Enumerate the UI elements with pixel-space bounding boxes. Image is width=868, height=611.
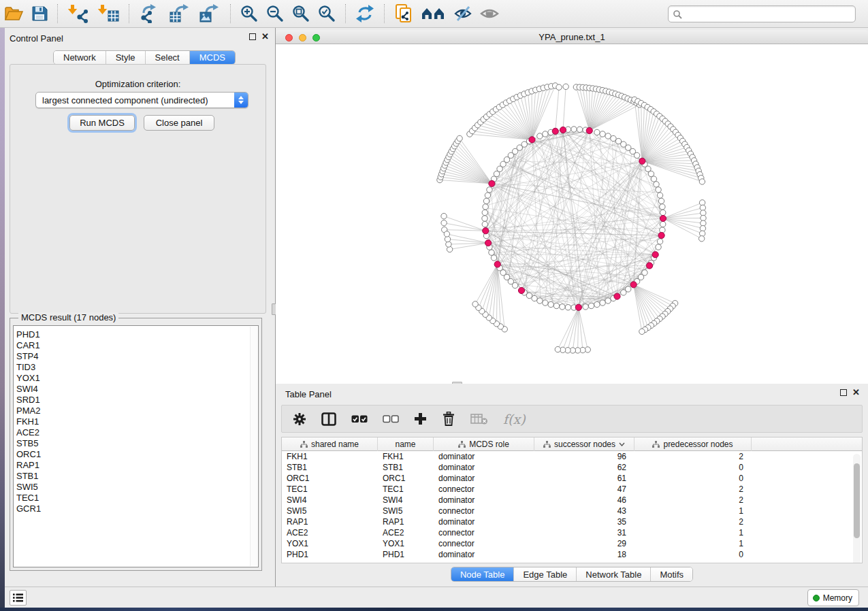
table-cell: FKH1 bbox=[282, 451, 378, 462]
function-builder-icon: f(x) bbox=[503, 412, 526, 427]
table-row[interactable]: SWI4SWI4dominator462 bbox=[282, 495, 862, 506]
export-network-icon[interactable] bbox=[138, 2, 161, 25]
tab-mcds[interactable]: MCDS bbox=[190, 51, 235, 64]
delete-column-icon[interactable] bbox=[442, 412, 455, 426]
network-graph[interactable] bbox=[276, 44, 868, 384]
table-scrollbar-thumb[interactable] bbox=[854, 463, 860, 538]
mcds-result-item[interactable]: YOX1 bbox=[16, 373, 258, 384]
zoom-fit-icon[interactable] bbox=[291, 2, 310, 25]
close-panel-button[interactable]: Close panel bbox=[144, 115, 214, 131]
mcds-result-item[interactable]: RAP1 bbox=[16, 460, 258, 471]
import-network-icon[interactable] bbox=[67, 2, 90, 25]
mcds-result-item[interactable]: PHD1 bbox=[16, 329, 258, 340]
table-settings-icon[interactable] bbox=[293, 412, 306, 426]
node-table[interactable]: shared namenameMCDS rolesuccessor nodesp… bbox=[281, 437, 863, 563]
tab-network[interactable]: Network bbox=[54, 51, 106, 64]
run-mcds-button[interactable]: Run MCDS bbox=[69, 115, 135, 131]
select-all-icon[interactable] bbox=[351, 414, 368, 424]
mcds-result-item[interactable]: STP4 bbox=[16, 351, 258, 362]
import-table-icon[interactable] bbox=[97, 2, 120, 25]
search-input[interactable] bbox=[684, 7, 855, 21]
zoom-in-icon[interactable] bbox=[240, 2, 259, 25]
table-cell: FKH1 bbox=[378, 451, 434, 462]
mcds-result-item[interactable]: FKH1 bbox=[16, 416, 258, 427]
close-panel-icon[interactable]: ✕ bbox=[261, 33, 269, 40]
deselect-all-icon[interactable] bbox=[383, 414, 399, 424]
show-all-icon[interactable] bbox=[479, 2, 500, 25]
column-header-name[interactable]: name bbox=[378, 437, 434, 451]
mcds-result-item[interactable]: ACE2 bbox=[16, 427, 258, 438]
column-header-successor-nodes[interactable]: successor nodes bbox=[534, 437, 634, 451]
close-panel-icon[interactable]: ✕ bbox=[852, 389, 860, 396]
tab-edge-table[interactable]: Edge Table bbox=[514, 567, 577, 581]
network-canvas[interactable] bbox=[276, 44, 868, 384]
mcds-result-item[interactable]: STB5 bbox=[16, 438, 258, 449]
table-row[interactable]: FKH1FKH1dominator962 bbox=[282, 451, 862, 462]
tab-style[interactable]: Style bbox=[106, 51, 146, 64]
criterion-selected-value: largest connected component (undirected) bbox=[36, 95, 234, 105]
mcds-result-item[interactable]: ORC1 bbox=[16, 449, 258, 460]
table-cell: PHD1 bbox=[378, 549, 434, 560]
export-image-icon[interactable] bbox=[198, 2, 221, 25]
mcds-result-item[interactable]: SRD1 bbox=[16, 395, 258, 406]
column-header-MCDS-role[interactable]: MCDS role bbox=[434, 437, 534, 451]
table-row[interactable]: SWI5SWI5connector431 bbox=[282, 506, 862, 516]
tab-select[interactable]: Select bbox=[146, 51, 190, 64]
mcds-result-item[interactable]: TEC1 bbox=[16, 493, 258, 503]
table-row[interactable]: ORC1ORC1dominator610 bbox=[282, 473, 862, 484]
mcds-result-item[interactable]: CAR1 bbox=[16, 340, 258, 351]
table-cell: YOX1 bbox=[378, 538, 434, 549]
table-cell: 61 bbox=[534, 473, 634, 484]
table-scrollbar[interactable] bbox=[853, 454, 861, 563]
table-cell: 2 bbox=[634, 451, 752, 462]
table-cell: dominator bbox=[434, 516, 534, 527]
mcds-result-list[interactable]: PHD1CAR1STP4TID3YOX1SWI4SRD1PMA2FKH1ACE2… bbox=[13, 325, 259, 567]
mcds-result-item[interactable]: GCR1 bbox=[16, 503, 258, 514]
column-namespace-icon bbox=[543, 441, 551, 448]
column-header-shared-name[interactable]: shared name bbox=[282, 437, 378, 451]
show-columns-icon[interactable] bbox=[321, 412, 336, 426]
table-row[interactable]: PHD1PHD1dominator180 bbox=[282, 549, 862, 560]
memory-button[interactable]: Memory bbox=[807, 589, 859, 606]
table-row[interactable]: RAP1RAP1dominator352 bbox=[282, 516, 862, 527]
table-cell: 96 bbox=[534, 451, 634, 462]
open-file-icon[interactable] bbox=[3, 2, 24, 25]
float-panel-icon[interactable] bbox=[840, 389, 847, 396]
first-neighbors-icon[interactable] bbox=[421, 2, 447, 25]
mcds-result-group: MCDS result (17 nodes) PHD1CAR1STP4TID3Y… bbox=[10, 318, 262, 571]
column-header-predecessor-nodes[interactable]: predecessor nodes bbox=[634, 437, 752, 451]
mcds-result-item[interactable]: STB1 bbox=[16, 471, 258, 482]
tab-node-table[interactable]: Node Table bbox=[451, 567, 515, 581]
hide-selection-icon[interactable] bbox=[453, 2, 472, 25]
tab-motifs[interactable]: Motifs bbox=[651, 567, 692, 581]
table-header: shared namenameMCDS rolesuccessor nodesp… bbox=[282, 437, 862, 451]
main-toolbar bbox=[0, 0, 868, 28]
search-field[interactable] bbox=[668, 5, 856, 22]
tab-network-table[interactable]: Network Table bbox=[577, 567, 651, 581]
task-history-button[interactable] bbox=[10, 590, 27, 606]
save-session-icon[interactable] bbox=[31, 2, 48, 25]
mcds-result-item[interactable]: SWI5 bbox=[16, 482, 258, 493]
refresh-icon[interactable] bbox=[355, 2, 375, 25]
table-cell: dominator bbox=[434, 549, 534, 560]
network-window-titlebar[interactable]: YPA_prune.txt_1 bbox=[276, 30, 868, 44]
mcds-result-item[interactable]: SWI4 bbox=[16, 384, 258, 395]
new-network-from-selection-icon[interactable] bbox=[393, 2, 414, 25]
table-row[interactable]: TEC1TEC1connector472 bbox=[282, 484, 862, 495]
table-cell: STB1 bbox=[378, 462, 434, 473]
toolbar-separator bbox=[57, 4, 58, 23]
table-cell: 0 bbox=[634, 473, 752, 484]
mcds-result-item[interactable]: PMA2 bbox=[16, 406, 258, 416]
mcds-result-item[interactable]: TID3 bbox=[16, 362, 258, 373]
table-row[interactable]: ACE2ACE2connector311 bbox=[282, 527, 862, 538]
float-panel-icon[interactable] bbox=[249, 33, 256, 40]
table-row[interactable]: STB1STB1dominator620 bbox=[282, 462, 862, 473]
zoom-selected-icon[interactable] bbox=[317, 2, 336, 25]
add-column-icon[interactable] bbox=[414, 412, 427, 425]
zoom-out-icon[interactable] bbox=[266, 2, 285, 25]
table-cell: ORC1 bbox=[378, 473, 434, 484]
table-row[interactable]: YOX1YOX1connector291 bbox=[282, 538, 862, 549]
criterion-select[interactable]: largest connected component (undirected) bbox=[35, 92, 248, 108]
result-list-scrollbar[interactable] bbox=[250, 327, 257, 566]
export-table-icon[interactable] bbox=[168, 2, 191, 25]
